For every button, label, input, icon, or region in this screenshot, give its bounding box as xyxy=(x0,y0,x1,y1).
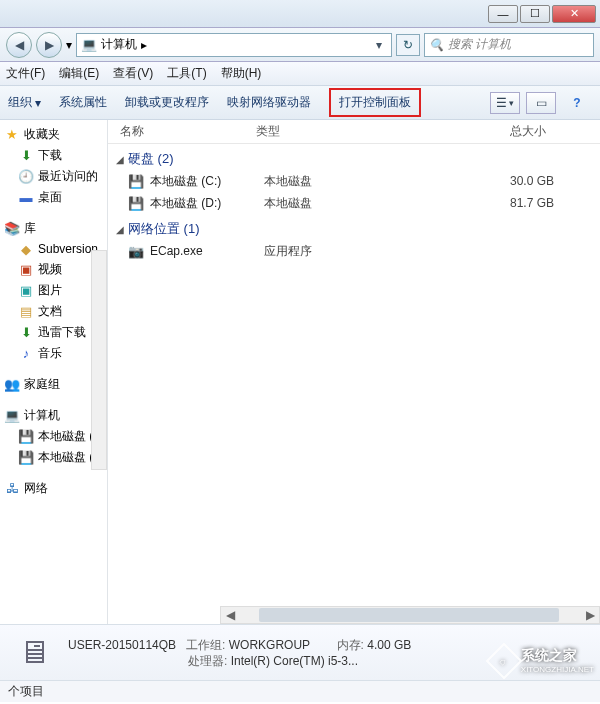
scroll-thumb[interactable] xyxy=(259,608,559,622)
address-sep[interactable]: ▸ xyxy=(141,38,147,52)
menu-tools[interactable]: 工具(T) xyxy=(167,65,206,82)
document-icon: ▤ xyxy=(18,304,34,320)
library-icon: 📚 xyxy=(4,221,20,237)
help-button[interactable]: ? xyxy=(562,92,592,114)
download-icon: ⬇ xyxy=(18,148,34,164)
network-icon: 🖧 xyxy=(4,481,20,497)
group-harddisk[interactable]: ◢ 硬盘 (2) xyxy=(108,144,600,170)
view-mode-button[interactable]: ☰▾ xyxy=(490,92,520,114)
system-properties-button[interactable]: 系统属性 xyxy=(59,94,107,111)
homegroup-icon: 👥 xyxy=(4,377,20,393)
minimize-button[interactable]: — xyxy=(488,5,518,23)
menu-bar: 文件(F) 编辑(E) 查看(V) 工具(T) 帮助(H) xyxy=(0,62,600,86)
scroll-right-icon[interactable]: ▶ xyxy=(581,608,599,622)
computer-name: USER-20150114QB xyxy=(68,638,176,652)
nav-bar: ◀ ▶ ▾ 💻 计算机 ▸ ▾ ↻ 🔍 搜索 计算机 xyxy=(0,28,600,62)
sidebar-scrollbar[interactable] xyxy=(91,250,107,470)
address-dropdown[interactable]: ▾ xyxy=(371,38,387,52)
close-button[interactable]: ✕ xyxy=(552,5,596,23)
app-icon: 📷 xyxy=(128,243,144,259)
sidebar-item-downloads[interactable]: ⬇下载 xyxy=(0,145,107,166)
title-bar: — ☐ ✕ xyxy=(0,0,600,28)
video-icon: ▣ xyxy=(18,262,34,278)
drive-icon: 💾 xyxy=(18,429,34,445)
cpu-label: 处理器: xyxy=(188,654,227,668)
status-bar: 个项目 xyxy=(0,680,600,702)
organize-button[interactable]: 组织 ▾ xyxy=(8,94,41,111)
computer-icon: 💻 xyxy=(4,408,20,424)
computer-icon: 💻 xyxy=(81,37,97,53)
cpu-value: Intel(R) Core(TM) i5-3... xyxy=(231,654,358,668)
address-text: 计算机 xyxy=(101,36,137,53)
menu-file[interactable]: 文件(F) xyxy=(6,65,45,82)
toolbar: 组织 ▾ 系统属性 卸载或更改程序 映射网络驱动器 打开控制面板 ☰▾ ▭ ? xyxy=(0,86,600,120)
refresh-button[interactable]: ↻ xyxy=(396,34,420,56)
workgroup-value: WORKGROUP xyxy=(229,638,310,652)
open-control-panel-button[interactable]: 打开控制面板 xyxy=(329,88,421,117)
drive-icon: 💾 xyxy=(128,195,144,211)
horizontal-scrollbar[interactable]: ◀ ▶ xyxy=(220,606,600,624)
col-type[interactable]: 类型 xyxy=(256,123,446,140)
scroll-left-icon[interactable]: ◀ xyxy=(221,608,239,622)
menu-help[interactable]: 帮助(H) xyxy=(221,65,262,82)
menu-edit[interactable]: 编辑(E) xyxy=(59,65,99,82)
watermark-logo-icon: ⌂ xyxy=(485,642,522,679)
content-area: ★收藏夹 ⬇下载 🕘最近访问的 ▬桌面 📚库 ◆Subversion ▣视频 ▣… xyxy=(0,120,600,624)
col-name[interactable]: 名称 xyxy=(108,123,256,140)
preview-pane-button[interactable]: ▭ xyxy=(526,92,556,114)
sidebar-favorites[interactable]: ★收藏夹 xyxy=(0,124,107,145)
computer-large-icon: 🖥 xyxy=(10,633,58,673)
address-bar[interactable]: 💻 计算机 ▸ ▾ xyxy=(76,33,392,57)
maximize-button[interactable]: ☐ xyxy=(520,5,550,23)
sidebar-libraries[interactable]: 📚库 xyxy=(0,218,107,239)
folder-icon: ◆ xyxy=(18,241,34,257)
sidebar: ★收藏夹 ⬇下载 🕘最近访问的 ▬桌面 📚库 ◆Subversion ▣视频 ▣… xyxy=(0,120,108,624)
file-row[interactable]: 📷ECap.exe 应用程序 xyxy=(108,240,600,262)
drive-row[interactable]: 💾本地磁盘 (C:) 本地磁盘 30.0 GB xyxy=(108,170,600,192)
search-input[interactable]: 🔍 搜索 计算机 xyxy=(424,33,594,57)
column-headers: 名称 类型 总大小 xyxy=(108,120,600,144)
back-button[interactable]: ◀ xyxy=(6,32,32,58)
memory-value: 4.00 GB xyxy=(367,638,411,652)
drive-row[interactable]: 💾本地磁盘 (D:) 本地磁盘 81.7 GB xyxy=(108,192,600,214)
forward-button[interactable]: ▶ xyxy=(36,32,62,58)
desktop-icon: ▬ xyxy=(18,190,34,206)
menu-view[interactable]: 查看(V) xyxy=(113,65,153,82)
music-icon: ♪ xyxy=(18,346,34,362)
watermark: ⌂ 系统之家 XITONGZHIJIA.NET xyxy=(491,647,594,674)
uninstall-button[interactable]: 卸载或更改程序 xyxy=(125,94,209,111)
group-network[interactable]: ◢ 网络位置 (1) xyxy=(108,214,600,240)
sidebar-item-recent[interactable]: 🕘最近访问的 xyxy=(0,166,107,187)
memory-label: 内存: xyxy=(337,638,364,652)
recent-icon: 🕘 xyxy=(18,169,34,185)
workgroup-label: 工作组: xyxy=(186,638,225,652)
picture-icon: ▣ xyxy=(18,283,34,299)
star-icon: ★ xyxy=(4,127,20,143)
sidebar-item-desktop[interactable]: ▬桌面 xyxy=(0,187,107,208)
drive-icon: 💾 xyxy=(18,450,34,466)
search-icon: 🔍 xyxy=(429,38,444,52)
col-size[interactable]: 总大小 xyxy=(446,123,566,140)
drive-icon: 💾 xyxy=(128,173,144,189)
file-list: 名称 类型 总大小 ◢ 硬盘 (2) 💾本地磁盘 (C:) 本地磁盘 30.0 … xyxy=(108,120,600,624)
collapse-icon: ◢ xyxy=(116,154,124,165)
sidebar-network[interactable]: 🖧网络 xyxy=(0,478,107,499)
search-placeholder: 搜索 计算机 xyxy=(448,36,511,53)
map-drive-button[interactable]: 映射网络驱动器 xyxy=(227,94,311,111)
nav-history-dropdown[interactable]: ▾ xyxy=(66,38,72,52)
status-text: 个项目 xyxy=(8,683,44,700)
download-icon: ⬇ xyxy=(18,325,34,341)
collapse-icon: ◢ xyxy=(116,224,124,235)
